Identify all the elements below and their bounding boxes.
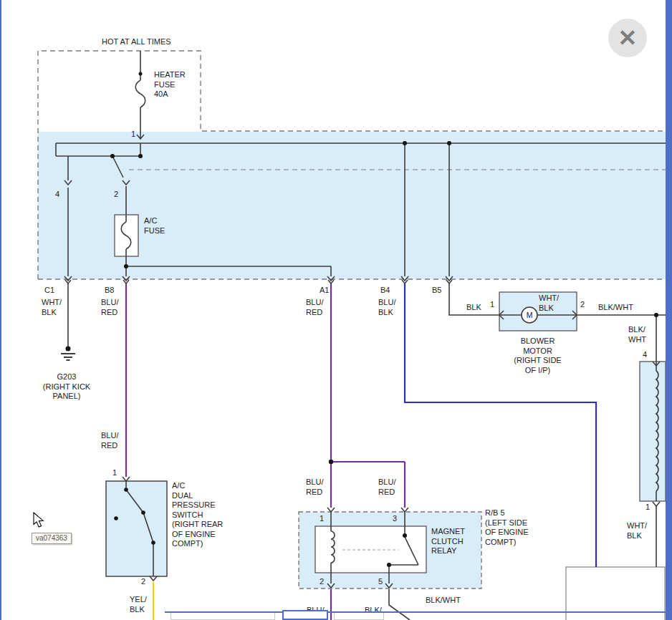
dps-pin-2: 2 — [141, 577, 145, 587]
wire-label-blu-red-b8: BLU/ RED — [101, 298, 118, 317]
fuse-pin-2: 2 — [114, 190, 118, 200]
connector-b8: B8 — [105, 286, 114, 296]
hot-at-all-times-label: HOT AT ALL TIMES — [102, 37, 171, 47]
relay-pin-3: 3 — [393, 514, 397, 524]
relay-inner-box — [315, 526, 426, 573]
diagram-viewer: M HOT AT ALL TIMES HEATER FUSE 40A 1 4 2… — [0, 0, 672, 620]
fuse-pin-1: 1 — [131, 130, 135, 140]
wire-label-yel-blk: YEL/ BLK — [130, 595, 147, 614]
blower-resistor-box — [640, 362, 666, 501]
motor-m-label: M — [527, 311, 533, 319]
heater-fuse-label: HEATER FUSE 40A — [154, 70, 186, 100]
connector-b5: B5 — [432, 286, 441, 296]
ground-symbol — [61, 347, 75, 361]
wire-label-wht-blk-resistor: WHT/ BLK — [627, 521, 647, 541]
wire-label-blu-red-relay1: BLU/ RED — [306, 478, 323, 497]
relay-block-label: R/B 5 (LEFT SIDE OF ENGINE COMPT) — [485, 508, 529, 547]
page-edge-right-strip — [666, 0, 672, 620]
ground-label: G203 (RIGHT KICK PANEL) — [31, 372, 102, 402]
wire-label-blk-wht-motor: BLK/WHT — [598, 303, 633, 313]
ac-fuse-label: A/C FUSE — [144, 216, 165, 236]
dps-box — [106, 481, 167, 576]
blower-pin-2: 2 — [580, 300, 585, 310]
connector-a1: A1 — [320, 286, 329, 296]
wire-label-blk-wht-relay: BLK/WHT — [426, 596, 461, 606]
close-icon: ✕ — [618, 26, 638, 49]
resistor-pin-1: 1 — [645, 503, 650, 513]
wire-label-blu-red-a1: BLU/ RED — [306, 298, 323, 317]
relay-pin-2: 2 — [320, 577, 324, 587]
dps-pin-1: 1 — [112, 468, 117, 478]
connector-c1: C1 — [44, 286, 54, 296]
wire-label-wht-blk: WHT/ BLK — [42, 298, 62, 317]
blower-motor-label: BLOWER MOTOR (RIGHT SIDE OF I/P) — [496, 336, 579, 375]
cursor-tooltip: va074363 — [32, 533, 72, 544]
wire-label-blu-red-mid: BLU/ RED — [101, 431, 118, 450]
blower-motor-box — [499, 292, 577, 331]
page-edge-left-strip — [0, 0, 1, 620]
page-fragment-3[interactable] — [334, 613, 384, 620]
wire-label-blu-red-relay3: BLU/ RED — [378, 478, 395, 497]
wire-label-wht-blk-motor: WHT/ BLK — [539, 294, 559, 313]
cursor-icon — [34, 513, 43, 527]
fuse-pin-4: 4 — [55, 190, 59, 200]
close-button[interactable]: ✕ — [608, 19, 647, 57]
resistor-pin-4: 4 — [643, 350, 647, 360]
wire-label-blk: BLK — [466, 303, 481, 313]
wire-label-blk-wht-vert: BLK/ WHT — [628, 325, 646, 344]
relay-pin-5: 5 — [378, 577, 383, 587]
connector-b4: B4 — [380, 286, 390, 296]
dps-label: A/C DUAL PRESSURE SWITCH (RIGHT REAR OF … — [172, 481, 223, 549]
page-fragment-1[interactable] — [171, 613, 275, 620]
blower-pin-1: 1 — [490, 300, 494, 310]
relay-pin-1: 1 — [320, 514, 324, 524]
wire-label-blu-blk-b4: BLU/ BLK — [378, 298, 395, 317]
relay-label: MAGNET CLUTCH RELAY — [431, 527, 465, 556]
page-fragment-2[interactable] — [282, 610, 328, 620]
